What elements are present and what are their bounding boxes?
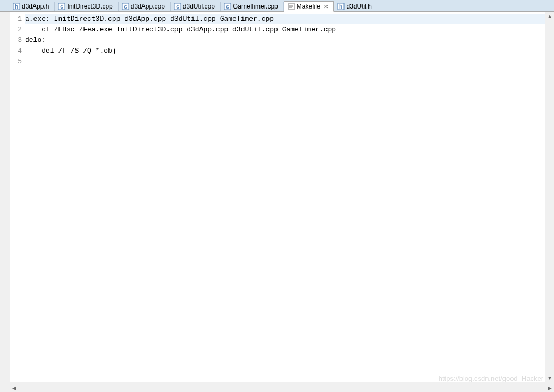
svg-text:c: c [61, 4, 64, 10]
tab-gametimer-cpp[interactable]: cGameTimer.cpp [221, 2, 284, 11]
scroll-up-arrow[interactable]: ▲ [545, 12, 554, 21]
horizontal-scrollbar[interactable]: ◀ ▶ [10, 383, 554, 392]
code-line[interactable] [25, 56, 545, 67]
line-number: 1 [10, 14, 22, 24]
tab-label: GameTimer.cpp [233, 3, 278, 10]
close-icon[interactable]: ✕ [324, 4, 328, 10]
line-number: 3 [10, 35, 22, 46]
left-margin [0, 12, 10, 392]
svg-text:c: c [124, 4, 127, 10]
scroll-right-arrow[interactable]: ▶ [545, 383, 554, 392]
tab-label: InitDirect3D.cpp [67, 3, 112, 10]
svg-text:h: h [15, 4, 18, 10]
vertical-scrollbar[interactable]: ▲ ▼ [545, 12, 554, 382]
tab-d3dapp-h[interactable]: hd3dApp.h [10, 2, 55, 11]
header-file-icon: h [337, 3, 345, 10]
tabs-bar: hd3dApp.hcInitDirect3D.cppcd3dApp.cppcd3… [0, 0, 554, 12]
code-line[interactable]: cl /EHsc /Fea.exe InitDirect3D.cpp d3dAp… [25, 24, 545, 35]
tab-label: d3dUtil.cpp [183, 3, 215, 10]
code-line[interactable]: a.exe: InitDirect3D.cpp d3dApp.cpp d3dUt… [25, 14, 545, 24]
tab-label: d3dApp.cpp [131, 3, 165, 10]
editor-container: 12345 a.exe: InitDirect3D.cpp d3dApp.cpp… [10, 12, 554, 382]
tab-initdirect3d-cpp[interactable]: cInitDirect3D.cpp [55, 2, 118, 11]
tab-label: d3dApp.h [22, 3, 49, 10]
scroll-down-arrow[interactable]: ▼ [545, 373, 554, 382]
svg-text:c: c [176, 4, 179, 10]
tab-d3dutil-h[interactable]: hd3dUtil.h [334, 2, 377, 11]
svg-text:h: h [339, 4, 342, 10]
vertical-scroll-track[interactable] [545, 21, 554, 373]
code-line[interactable]: delo: [25, 35, 545, 46]
scroll-left-arrow[interactable]: ◀ [10, 383, 19, 392]
code-area[interactable]: a.exe: InitDirect3D.cpp d3dApp.cpp d3dUt… [25, 12, 545, 382]
line-number: 2 [10, 24, 22, 35]
tab-d3dapp-cpp[interactable]: cd3dApp.cpp [119, 2, 171, 11]
cpp-file-icon: c [224, 3, 231, 10]
cpp-file-icon: c [174, 3, 181, 10]
cpp-file-icon: c [58, 3, 65, 10]
horizontal-scroll-track[interactable] [19, 383, 545, 392]
tab-label: d3dUtil.h [346, 3, 371, 10]
header-file-icon: h [13, 3, 20, 10]
svg-text:c: c [226, 4, 229, 10]
tab-label: Makefile [297, 3, 321, 10]
line-number: 5 [10, 56, 22, 67]
tab-d3dutil-cpp[interactable]: cd3dUtil.cpp [171, 2, 221, 11]
tab-makefile[interactable]: Makefile✕ [284, 1, 334, 12]
makefile-icon [288, 3, 295, 10]
cpp-file-icon: c [122, 3, 129, 10]
code-line[interactable]: del /F /S /Q *.obj [25, 46, 545, 56]
line-number-gutter: 12345 [10, 12, 25, 382]
line-number: 4 [10, 46, 22, 56]
